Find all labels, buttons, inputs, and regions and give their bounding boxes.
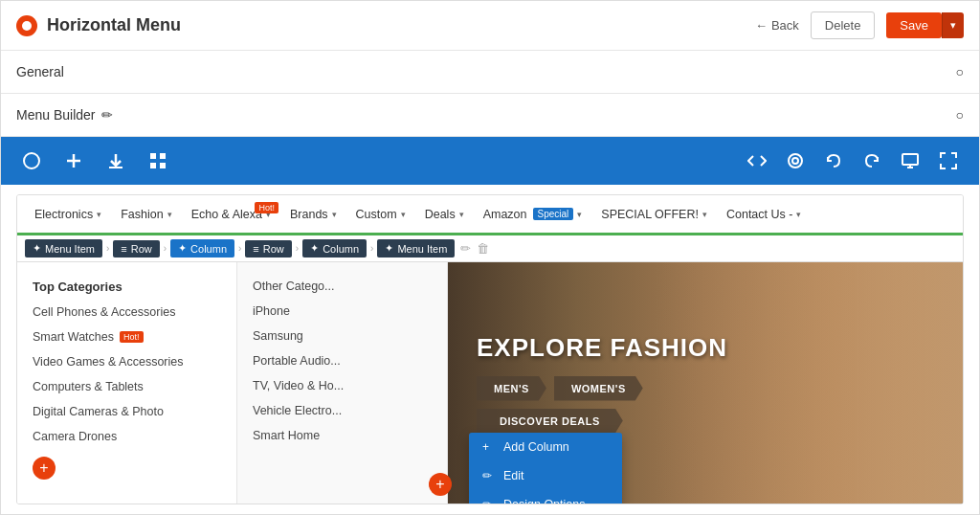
svg-rect-5 bbox=[160, 153, 166, 159]
app-title: Horizontal Menu bbox=[47, 15, 181, 35]
menu-builder-accordion[interactable]: Menu Builder ✏ ○ bbox=[1, 94, 979, 136]
redo-tool-button[interactable] bbox=[857, 146, 887, 176]
ctx-row-icon-1: ≡ bbox=[121, 243, 126, 255]
save-dropdown-button[interactable]: ▾ bbox=[942, 12, 964, 38]
menu-item-deals[interactable]: Deals▾ bbox=[415, 200, 474, 229]
menu-item-amazon[interactable]: Amazon Special ▾ bbox=[474, 200, 592, 229]
delete-button[interactable]: Delete bbox=[811, 11, 876, 39]
ctx-icon-1: ✦ bbox=[33, 242, 41, 255]
ctx-row-1[interactable]: ≡ Row bbox=[113, 240, 159, 258]
category-panel: Top Categories Cell Phones & Accessories… bbox=[17, 262, 237, 504]
svg-point-0 bbox=[24, 153, 39, 168]
circle-tool-button[interactable] bbox=[16, 146, 47, 176]
list-item[interactable]: Smart Watches Hot! bbox=[17, 325, 236, 349]
middle-panel: Other Catego... iPhone Samsung Portable … bbox=[237, 262, 448, 504]
list-item[interactable]: Samsung bbox=[237, 324, 447, 348]
fashion-title: EXPLORE FASHION bbox=[477, 333, 727, 363]
discover-deals-button[interactable]: DISCOVER DEALS bbox=[477, 409, 623, 434]
ctx-trash-icon[interactable]: 🗑 bbox=[477, 241, 489, 256]
list-item[interactable]: Video Games & Accessories bbox=[17, 349, 236, 374]
add-column-icon: + bbox=[482, 440, 496, 454]
hot-badge-smart: Hot! bbox=[120, 331, 144, 343]
dropdown-add-column[interactable]: + Add Column bbox=[469, 433, 622, 461]
add-middle-button[interactable]: + bbox=[429, 473, 452, 496]
menu-item-contact-us[interactable]: Contact Us -▾ bbox=[717, 200, 811, 229]
svg-rect-6 bbox=[150, 163, 156, 168]
edit-pencil-icon[interactable]: ✏ bbox=[101, 107, 113, 123]
list-item-vehicle[interactable]: Vehicle Electro... bbox=[237, 398, 447, 423]
ctx-edit-icon[interactable]: ✏ bbox=[460, 241, 471, 256]
list-item[interactable]: Digital Cameras & Photo bbox=[17, 399, 236, 424]
dropdown-design-options[interactable]: ✏ Design Options bbox=[469, 490, 622, 504]
list-item[interactable]: TV, Video & Ho... bbox=[237, 373, 447, 398]
menu-item-electronics[interactable]: Electronics▾ bbox=[25, 200, 111, 229]
svg-rect-7 bbox=[160, 163, 166, 168]
womens-button[interactable]: WOMEN'S bbox=[554, 376, 643, 401]
add-category-button[interactable]: + bbox=[33, 457, 56, 480]
ctx-menu-item-2[interactable]: ✦ Menu Item bbox=[377, 239, 455, 258]
code-tool-button[interactable] bbox=[742, 146, 772, 176]
save-button[interactable]: Save bbox=[886, 12, 942, 38]
collapse-icon-2: ○ bbox=[956, 107, 964, 123]
fullscreen-tool-button[interactable] bbox=[933, 146, 964, 176]
general-accordion[interactable]: General ○ bbox=[1, 51, 979, 93]
desktop-tool-button[interactable] bbox=[895, 146, 925, 176]
svg-rect-4 bbox=[150, 153, 156, 159]
ctx-row-2[interactable]: ≡ Row bbox=[245, 240, 291, 258]
list-item[interactable]: Computers & Tablets bbox=[17, 374, 236, 399]
add-tool-button[interactable] bbox=[58, 146, 89, 176]
context-dropdown-menu: + Add Column ✏ Edit ✏ Design Options ≡ R… bbox=[469, 433, 622, 504]
list-item[interactable]: Portable Audio... bbox=[237, 348, 447, 373]
back-button[interactable]: ← Back bbox=[755, 18, 799, 33]
ctx-column-1[interactable]: ✦ Column bbox=[170, 239, 234, 258]
hot-badge: Hot! bbox=[255, 202, 278, 213]
list-item[interactable]: Other Catego... bbox=[237, 274, 447, 299]
ctx-menu-item-1[interactable]: ✦ Menu Item bbox=[25, 239, 102, 258]
svg-rect-10 bbox=[902, 154, 918, 165]
grid-tool-button[interactable] bbox=[143, 146, 173, 176]
menu-item-echo-alexa[interactable]: Hot! Echo & Alexa▾ bbox=[182, 200, 280, 229]
back-arrow-icon: ← bbox=[755, 18, 768, 33]
download-tool-button[interactable] bbox=[100, 146, 131, 176]
list-item[interactable]: Smart Home bbox=[237, 423, 447, 448]
undo-tool-button[interactable] bbox=[818, 146, 849, 176]
menu-nav-bar: Electronics▾ Fashion▾ Hot! Echo & Alexa▾… bbox=[17, 195, 963, 235]
menu-item-brands[interactable]: Brands▾ bbox=[280, 200, 346, 229]
special-badge: Special bbox=[533, 208, 574, 220]
svg-point-8 bbox=[792, 158, 798, 164]
collapse-icon: ○ bbox=[956, 64, 964, 79]
design-icon: ✏ bbox=[482, 498, 496, 504]
mens-button[interactable]: MEN'S bbox=[477, 376, 546, 401]
settings-tool-button[interactable] bbox=[780, 146, 811, 176]
list-item[interactable]: Camera Drones bbox=[17, 424, 236, 449]
ctx-column-icon-2: ✦ bbox=[310, 242, 319, 255]
ctx-icon-2: ✦ bbox=[385, 242, 393, 255]
edit-icon: ✏ bbox=[482, 469, 496, 482]
app-logo bbox=[16, 15, 37, 36]
svg-point-9 bbox=[789, 154, 802, 168]
ctx-column-2[interactable]: ✦ Column bbox=[302, 239, 367, 258]
menu-item-special-offer[interactable]: SPECIAL OFFER!▾ bbox=[591, 200, 717, 229]
menu-item-custom[interactable]: Custom▾ bbox=[346, 200, 415, 229]
dropdown-edit[interactable]: ✏ Edit bbox=[469, 461, 622, 490]
menu-item-fashion[interactable]: Fashion▾ bbox=[111, 200, 181, 229]
ctx-row-icon-2: ≡ bbox=[253, 243, 258, 255]
panel-title: Top Categories bbox=[17, 274, 236, 300]
list-item-iphone[interactable]: iPhone bbox=[237, 299, 447, 324]
list-item[interactable]: Cell Phones & Accessories bbox=[17, 300, 236, 325]
ctx-column-icon-1: ✦ bbox=[178, 242, 187, 255]
